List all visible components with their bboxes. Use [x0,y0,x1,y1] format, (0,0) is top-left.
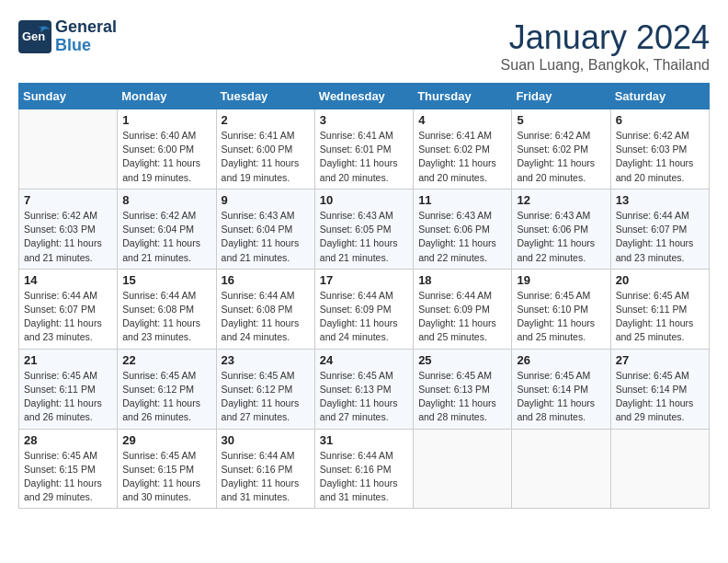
day-number: 30 [222,433,310,447]
calendar-week-2: 7Sunrise: 6:42 AM Sunset: 6:03 PM Daylig… [19,189,710,269]
calendar-week-4: 21Sunrise: 6:45 AM Sunset: 6:11 PM Dayli… [19,349,710,429]
calendar-cell: 27Sunrise: 6:45 AM Sunset: 6:14 PM Dayli… [610,349,709,429]
calendar-cell: 11Sunrise: 6:43 AM Sunset: 6:06 PM Dayli… [414,189,512,269]
day-info: Sunrise: 6:41 AM Sunset: 6:01 PM Dayligh… [320,129,408,185]
calendar-cell: 9Sunrise: 6:43 AM Sunset: 6:04 PM Daylig… [216,189,314,269]
day-info: Sunrise: 6:41 AM Sunset: 6:02 PM Dayligh… [418,129,506,185]
calendar-cell: 16Sunrise: 6:44 AM Sunset: 6:08 PM Dayli… [216,269,314,349]
day-info: Sunrise: 6:42 AM Sunset: 6:03 PM Dayligh… [616,129,704,185]
day-info: Sunrise: 6:44 AM Sunset: 6:09 PM Dayligh… [320,289,408,345]
day-number: 18 [418,273,506,287]
day-number: 2 [222,113,310,127]
calendar-cell: 17Sunrise: 6:44 AM Sunset: 6:09 PM Dayli… [314,269,413,349]
day-info: Sunrise: 6:45 AM Sunset: 6:14 PM Dayligh… [517,369,605,425]
day-header-tuesday: Tuesday [216,84,314,109]
day-info: Sunrise: 6:43 AM Sunset: 6:04 PM Dayligh… [222,209,310,265]
day-number: 10 [320,193,408,207]
day-number: 16 [222,273,310,287]
day-info: Sunrise: 6:44 AM Sunset: 6:08 PM Dayligh… [122,289,210,345]
svg-text:Gen: Gen [22,29,45,43]
calendar-cell: 13Sunrise: 6:44 AM Sunset: 6:07 PM Dayli… [610,189,709,269]
day-info: Sunrise: 6:44 AM Sunset: 6:07 PM Dayligh… [616,209,704,265]
calendar-cell: 26Sunrise: 6:45 AM Sunset: 6:14 PM Dayli… [512,349,610,429]
day-number: 20 [616,273,704,287]
day-info: Sunrise: 6:45 AM Sunset: 6:11 PM Dayligh… [616,289,704,345]
calendar-cell: 1Sunrise: 6:40 AM Sunset: 6:00 PM Daylig… [118,109,216,190]
day-header-wednesday: Wednesday [314,84,413,109]
day-number: 9 [222,193,310,207]
calendar-cell: 2Sunrise: 6:41 AM Sunset: 6:00 PM Daylig… [216,109,314,190]
logo: Gen General Blue [18,18,117,55]
day-info: Sunrise: 6:44 AM Sunset: 6:07 PM Dayligh… [24,289,112,345]
day-header-thursday: Thursday [414,84,512,109]
day-number: 14 [24,273,112,287]
day-number: 7 [24,193,112,207]
calendar-week-1: 1Sunrise: 6:40 AM Sunset: 6:00 PM Daylig… [19,109,710,190]
day-number: 13 [616,193,704,207]
day-number: 3 [320,113,408,127]
day-header-friday: Friday [512,84,610,109]
day-number: 17 [320,273,408,287]
calendar-cell: 30Sunrise: 6:44 AM Sunset: 6:16 PM Dayli… [216,429,314,509]
calendar-cell: 29Sunrise: 6:45 AM Sunset: 6:15 PM Dayli… [118,429,216,509]
day-info: Sunrise: 6:45 AM Sunset: 6:15 PM Dayligh… [24,449,112,505]
day-info: Sunrise: 6:43 AM Sunset: 6:05 PM Dayligh… [320,209,408,265]
calendar-cell: 4Sunrise: 6:41 AM Sunset: 6:02 PM Daylig… [414,109,512,190]
day-info: Sunrise: 6:45 AM Sunset: 6:12 PM Dayligh… [222,369,310,425]
day-info: Sunrise: 6:43 AM Sunset: 6:06 PM Dayligh… [517,209,605,265]
calendar-week-3: 14Sunrise: 6:44 AM Sunset: 6:07 PM Dayli… [19,269,710,349]
day-info: Sunrise: 6:44 AM Sunset: 6:16 PM Dayligh… [320,449,408,505]
day-number: 19 [517,273,605,287]
calendar-cell: 22Sunrise: 6:45 AM Sunset: 6:12 PM Dayli… [118,349,216,429]
day-info: Sunrise: 6:44 AM Sunset: 6:08 PM Dayligh… [222,289,310,345]
calendar-cell: 18Sunrise: 6:44 AM Sunset: 6:09 PM Dayli… [414,269,512,349]
month-title: January 2024 [501,18,710,57]
calendar-cell: 25Sunrise: 6:45 AM Sunset: 6:13 PM Dayli… [414,349,512,429]
day-info: Sunrise: 6:42 AM Sunset: 6:03 PM Dayligh… [24,209,112,265]
day-number: 1 [122,113,210,127]
day-info: Sunrise: 6:42 AM Sunset: 6:04 PM Dayligh… [122,209,210,265]
day-number: 4 [418,113,506,127]
day-number: 6 [616,113,704,127]
day-info: Sunrise: 6:44 AM Sunset: 6:16 PM Dayligh… [222,449,310,505]
calendar-cell [414,429,512,509]
day-header-monday: Monday [118,84,216,109]
day-info: Sunrise: 6:42 AM Sunset: 6:02 PM Dayligh… [517,129,605,185]
day-info: Sunrise: 6:45 AM Sunset: 6:11 PM Dayligh… [24,369,112,425]
day-number: 5 [517,113,605,127]
calendar-cell [512,429,610,509]
day-number: 29 [122,433,210,447]
calendar-cell: 6Sunrise: 6:42 AM Sunset: 6:03 PM Daylig… [610,109,709,190]
day-number: 15 [122,273,210,287]
day-number: 12 [517,193,605,207]
page-header: Gen General Blue January 2024 Suan Luang… [18,18,710,74]
day-number: 28 [24,433,112,447]
calendar-table: SundayMondayTuesdayWednesdayThursdayFrid… [18,83,710,509]
location-subtitle: Suan Luang, Bangkok, Thailand [501,57,710,74]
day-number: 24 [320,353,408,367]
calendar-cell: 19Sunrise: 6:45 AM Sunset: 6:10 PM Dayli… [512,269,610,349]
day-number: 31 [320,433,408,447]
day-info: Sunrise: 6:45 AM Sunset: 6:10 PM Dayligh… [517,289,605,345]
calendar-cell: 31Sunrise: 6:44 AM Sunset: 6:16 PM Dayli… [314,429,413,509]
day-info: Sunrise: 6:41 AM Sunset: 6:00 PM Dayligh… [222,129,310,185]
day-info: Sunrise: 6:44 AM Sunset: 6:09 PM Dayligh… [418,289,506,345]
calendar-cell: 28Sunrise: 6:45 AM Sunset: 6:15 PM Dayli… [19,429,118,509]
day-number: 11 [418,193,506,207]
day-header-saturday: Saturday [610,84,709,109]
calendar-cell: 3Sunrise: 6:41 AM Sunset: 6:01 PM Daylig… [314,109,413,190]
day-info: Sunrise: 6:45 AM Sunset: 6:13 PM Dayligh… [418,369,506,425]
day-info: Sunrise: 6:45 AM Sunset: 6:14 PM Dayligh… [616,369,704,425]
day-info: Sunrise: 6:45 AM Sunset: 6:15 PM Dayligh… [122,449,210,505]
day-number: 22 [122,353,210,367]
calendar-cell: 12Sunrise: 6:43 AM Sunset: 6:06 PM Dayli… [512,189,610,269]
calendar-cell: 20Sunrise: 6:45 AM Sunset: 6:11 PM Dayli… [610,269,709,349]
day-number: 27 [616,353,704,367]
calendar-cell: 10Sunrise: 6:43 AM Sunset: 6:05 PM Dayli… [314,189,413,269]
calendar-cell: 24Sunrise: 6:45 AM Sunset: 6:13 PM Dayli… [314,349,413,429]
day-info: Sunrise: 6:45 AM Sunset: 6:12 PM Dayligh… [122,369,210,425]
title-block: January 2024 Suan Luang, Bangkok, Thaila… [501,18,710,74]
calendar-cell: 7Sunrise: 6:42 AM Sunset: 6:03 PM Daylig… [19,189,118,269]
day-info: Sunrise: 6:40 AM Sunset: 6:00 PM Dayligh… [122,129,210,185]
calendar-body: 1Sunrise: 6:40 AM Sunset: 6:00 PM Daylig… [19,109,710,509]
